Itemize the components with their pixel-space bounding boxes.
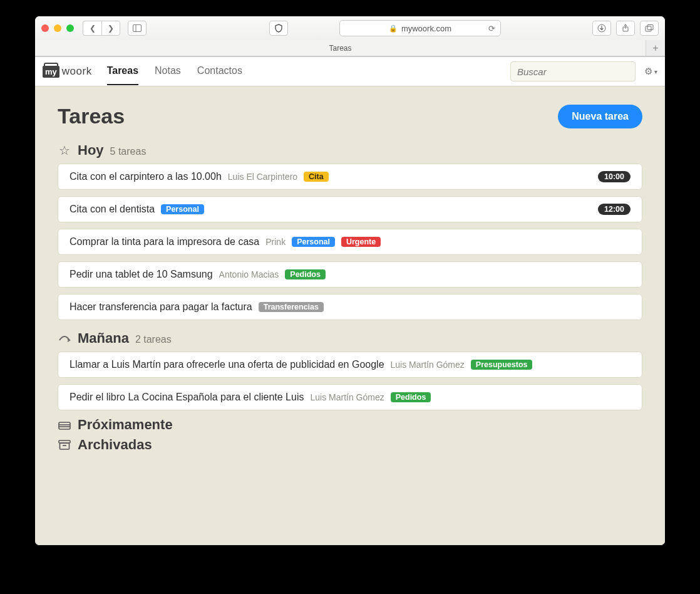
task-title: Pedir una tablet de 10 Samsung	[69, 269, 213, 280]
share-icon	[621, 24, 630, 33]
reader-button[interactable]	[269, 21, 288, 36]
tabs-icon	[645, 24, 654, 32]
task-title: Cita con el dentista	[69, 204, 155, 215]
archive-icon	[58, 440, 71, 450]
sidebar-icon	[133, 24, 142, 32]
forward-button[interactable]: ❯	[101, 21, 120, 36]
svg-rect-10	[60, 443, 69, 449]
task-tag[interactable]: Pedidos	[285, 269, 326, 279]
task-title: Cita con el carpintero a las 10.00h	[69, 171, 222, 182]
svg-rect-6	[59, 422, 70, 429]
app-root: my woork Tareas Notas Contactos ⚙ ▾ Tare…	[35, 57, 665, 545]
page-body: Tareas Nueva tarea ☆ Hoy 5 tareas Cita c…	[35, 86, 665, 474]
task-tag[interactable]: Urgente	[341, 237, 381, 247]
task-time-badge: 12:00	[598, 204, 631, 215]
new-task-button[interactable]: Nueva tarea	[558, 105, 642, 128]
section-tomorrow-count: 2 tareas	[135, 334, 172, 345]
nav-notas[interactable]: Notas	[155, 58, 181, 85]
today-task-list: Cita con el carpintero a las 10.00hLuis …	[58, 164, 642, 320]
task-tag[interactable]: Pedidos	[391, 392, 431, 402]
window-controls	[41, 24, 74, 32]
logo-suffix: woork	[62, 65, 92, 78]
task-contact: Prink	[265, 237, 286, 247]
sidebar-toggle-button[interactable]	[128, 21, 147, 36]
task-title: Hacer transferencia para pagar la factur…	[69, 301, 252, 313]
task-card[interactable]: Pedir el libro La Cocina Española para e…	[58, 384, 642, 410]
task-title: Comprar la tinta para la impresora de ca…	[69, 236, 259, 248]
svg-rect-4	[646, 26, 651, 31]
share-button[interactable]	[616, 21, 635, 36]
task-title: Pedir el libro La Cocina Española para e…	[69, 392, 304, 403]
task-card[interactable]: Comprar la tinta para la impresora de ca…	[58, 229, 642, 255]
task-card[interactable]: Cita con el dentistaPersonal12:00	[58, 196, 642, 222]
task-title: Llamar a Luis Martín para ofrecerle una …	[69, 359, 384, 370]
section-today-count: 5 tareas	[110, 146, 147, 157]
nav-contactos[interactable]: Contactos	[197, 58, 242, 85]
nav-tareas[interactable]: Tareas	[107, 58, 138, 85]
task-card[interactable]: Pedir una tablet de 10 SamsungAntonio Ma…	[58, 261, 642, 288]
minimize-window-button[interactable]	[54, 24, 61, 32]
section-tomorrow-title: Mañana	[78, 330, 129, 346]
url-host: mywoork.com	[401, 24, 451, 33]
download-icon	[597, 24, 606, 33]
page-title: Tareas	[58, 104, 125, 128]
logo[interactable]: my woork	[43, 65, 92, 78]
downloads-button[interactable]	[592, 21, 611, 36]
close-window-button[interactable]	[41, 24, 49, 32]
section-upcoming-title: Próximamente	[78, 417, 173, 433]
task-card[interactable]: Hacer transferencia para pagar la factur…	[58, 294, 642, 320]
app-nav: my woork Tareas Notas Contactos ⚙ ▾	[35, 57, 665, 86]
browser-window: ❮ ❯ 🔒 mywoork.com ⟳	[35, 16, 665, 545]
svg-rect-5	[647, 25, 653, 30]
maximize-window-button[interactable]	[66, 24, 74, 32]
section-archived-title: Archivadas	[78, 437, 152, 453]
back-button[interactable]: ❮	[83, 21, 101, 36]
section-upcoming-header[interactable]: Próximamente	[58, 417, 642, 433]
lock-icon: 🔒	[389, 24, 398, 33]
task-tag[interactable]: Personal	[292, 237, 335, 247]
nav-buttons: ❮ ❯	[83, 21, 120, 36]
inbox-icon	[58, 420, 71, 430]
new-tab-button[interactable]: +	[646, 40, 665, 56]
address-bar[interactable]: 🔒 mywoork.com ⟳	[339, 20, 501, 36]
task-contact: Luis Martín Gómez	[391, 360, 465, 370]
reload-button[interactable]: ⟳	[488, 24, 495, 33]
browser-tab[interactable]: Tareas	[35, 40, 646, 56]
task-tag[interactable]: Transferencias	[259, 302, 324, 312]
browser-chrome: ❮ ❯ 🔒 mywoork.com ⟳	[35, 16, 665, 57]
task-time-badge: 10:00	[598, 171, 631, 182]
task-contact: Antonio Macias	[219, 269, 279, 279]
logo-prefix: my	[43, 66, 59, 78]
search-input[interactable]	[510, 61, 636, 81]
task-card[interactable]: Llamar a Luis Martín para ofrecerle una …	[58, 352, 642, 378]
task-card[interactable]: Cita con el carpintero a las 10.00hLuis …	[58, 164, 642, 190]
task-tag[interactable]: Personal	[161, 204, 204, 214]
arrow-arc-icon	[58, 334, 71, 343]
section-today-title: Hoy	[78, 142, 104, 159]
svg-rect-0	[133, 25, 142, 32]
task-contact: Luis Martín Gómez	[310, 392, 384, 402]
tomorrow-task-list: Llamar a Luis Martín para ofrecerle una …	[58, 352, 642, 410]
settings-menu[interactable]: ⚙ ▾	[644, 66, 657, 77]
section-today-header[interactable]: ☆ Hoy 5 tareas	[58, 142, 642, 159]
chevron-down-icon: ▾	[654, 68, 657, 75]
section-archived-header[interactable]: Archivadas	[58, 437, 642, 453]
tabs-button[interactable]	[640, 21, 659, 36]
section-tomorrow-header[interactable]: Mañana 2 tareas	[58, 330, 642, 346]
gear-icon: ⚙	[644, 66, 652, 77]
task-contact: Luis El Carpintero	[228, 172, 297, 182]
task-tag[interactable]: Presupuestos	[471, 360, 533, 370]
shield-icon	[274, 24, 283, 33]
star-icon: ☆	[58, 143, 71, 158]
task-tag[interactable]: Cita	[304, 172, 329, 182]
